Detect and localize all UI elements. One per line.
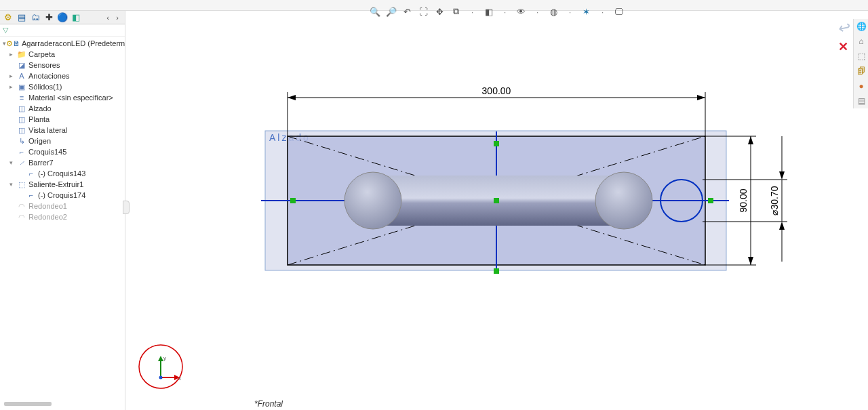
zoom-area-icon[interactable]: 🔎: [385, 5, 397, 18]
chevron-icon[interactable]: ▾: [9, 159, 16, 166]
swept-endcap-left: [344, 172, 401, 229]
tree-item[interactable]: ▸▣Sólidos(1): [0, 81, 125, 92]
tabs-prev-icon[interactable]: ‹: [103, 14, 113, 22]
tree-item[interactable]: ⌐Croquis145: [0, 146, 125, 157]
part-icon: ⚙: [6, 39, 13, 48]
home-icon[interactable]: ⌂: [855, 35, 867, 47]
feature-icon: ◠: [16, 213, 27, 222]
triad-y-label: y: [163, 355, 166, 361]
tree-item-label: Redondeo2: [27, 213, 67, 221]
chevron-icon[interactable]: ▸: [9, 83, 16, 90]
feature-icon: ◠: [16, 202, 27, 211]
tree-item-label: Carpeta: [27, 50, 55, 58]
tree-item-label: (-) Croquis174: [37, 191, 85, 199]
clipboard-icon[interactable]: 🗐: [855, 65, 867, 77]
box-icon[interactable]: ⬚: [855, 50, 867, 62]
tree-item-label: Sólidos(1): [27, 83, 62, 91]
chevron-icon[interactable]: ▸: [9, 73, 16, 79]
hide-show-icon[interactable]: 👁: [515, 5, 528, 18]
section-view-icon[interactable]: ⛶: [418, 5, 430, 18]
handle-top[interactable]: [494, 141, 499, 146]
tree-item[interactable]: ◠Redondeo2: [0, 211, 125, 222]
tree-item[interactable]: ◫Vista lateral: [0, 125, 125, 136]
dynamic-zoom-icon[interactable]: ✥: [434, 5, 446, 18]
graphics-canvas[interactable]: 🔍 🔎 ↶ ⛶ ✥ ⧉ · ◧ · 👁 · ◍ · ✶ · 🖵 ↩ ✕ 🌐 ⌂ …: [125, 11, 868, 410]
tree-item-label: Anotaciones: [27, 72, 70, 80]
tree-item-label: Barrer7: [27, 159, 54, 167]
tree-item-label: Vista lateral: [27, 126, 67, 134]
world-icon[interactable]: 🌐: [855, 20, 867, 33]
panel-icon[interactable]: ▤: [855, 95, 867, 107]
chevron-icon[interactable]: ▾: [9, 181, 16, 188]
view-triad[interactable]: y x: [138, 344, 184, 390]
svg-marker-17: [779, 171, 785, 180]
chevron-icon[interactable]: ▸: [9, 51, 16, 58]
sphere-icon[interactable]: ●: [855, 80, 867, 92]
display-style-icon[interactable]: ◧: [483, 5, 495, 18]
feature-icon: ◫: [16, 115, 27, 124]
tree-item[interactable]: ▾⬚Saliente-Extruir1: [0, 179, 125, 190]
tree-root[interactable]: ▾ ⚙ 🗎 AgarraderaconLED (Predeterminado: [0, 38, 125, 49]
tree-item[interactable]: ▸📁Carpeta: [0, 49, 125, 60]
splitter-handle[interactable]: [123, 201, 130, 214]
zoom-fit-icon[interactable]: 🔍: [369, 5, 381, 18]
feature-icon: ⌐: [16, 148, 27, 156]
tabs-next-icon[interactable]: ›: [113, 14, 122, 22]
svg-point-26: [159, 376, 163, 380]
config-manager-tab-icon[interactable]: 🗂: [30, 12, 41, 23]
tree-item[interactable]: ↳Origen: [0, 136, 125, 146]
svg-marker-13: [748, 257, 753, 265]
tree-item-label: Redondeo1: [27, 202, 67, 210]
cancel-sketch-icon[interactable]: ✕: [838, 39, 850, 54]
doc-icon: 🗎: [13, 39, 20, 47]
svg-marker-7: [288, 95, 296, 100]
property-manager-tab-icon[interactable]: ▤: [16, 12, 27, 23]
status-view-name: *Frontal: [254, 399, 283, 409]
feature-tree: ▾ ⚙ 🗎 AgarraderaconLED (Predeterminado ▸…: [0, 37, 125, 410]
dimension-width[interactable]: 300.00: [288, 85, 705, 136]
filter-icon: ▽: [3, 26, 8, 35]
dimxpert-tab-icon[interactable]: ✚: [43, 12, 54, 23]
view-toolbar: 🔍 🔎 ↶ ⛶ ✥ ⧉ · ◧ · 👁 · ◍ · ✶ · 🖵: [369, 5, 625, 18]
tree-item[interactable]: ▸AAnotaciones: [0, 70, 125, 81]
previous-view-icon[interactable]: ↶: [401, 5, 414, 18]
feature-icon: ⟋: [16, 159, 27, 167]
view-orientation-icon[interactable]: ⧉: [450, 5, 462, 18]
feature-icon: ≡: [16, 94, 27, 102]
tree-item-label: Alzado: [27, 104, 52, 112]
svg-marker-18: [779, 222, 785, 230]
tree-item[interactable]: ◠Redondeo1: [0, 201, 125, 211]
tree-item[interactable]: ◫Planta: [0, 114, 125, 125]
tree-item[interactable]: ⌐(-) Croquis143: [0, 168, 125, 179]
tree-item[interactable]: ◫Alzado: [0, 103, 125, 114]
filter-row[interactable]: ▽: [0, 24, 125, 37]
handle-right[interactable]: [708, 198, 713, 203]
tree-item[interactable]: ◪Sensores: [0, 60, 125, 70]
handle-center[interactable]: [494, 198, 499, 203]
handle-left[interactable]: [290, 198, 296, 203]
feature-icon: ⌐: [26, 169, 37, 178]
display-manager-tab-icon[interactable]: 🔵: [57, 12, 68, 23]
feature-manager-tab-icon[interactable]: ⚙: [3, 12, 14, 23]
feature-icon: ▣: [16, 83, 27, 91]
task-pane: 🌐 ⌂ ⬚ 🗐 ● ▤: [853, 19, 868, 108]
dim-width-value: 300.00: [482, 85, 511, 96]
feature-tree-panel: ⚙ ▤ 🗂 ✚ 🔵 ◧ ‹ › ▽ ▾ ⚙ 🗎 AgarraderaconLED…: [0, 11, 125, 410]
feature-icon: ↳: [16, 137, 27, 146]
apply-scene-icon[interactable]: ✶: [580, 5, 593, 18]
accept-sketch-icon[interactable]: ↩: [836, 18, 852, 37]
tree-item[interactable]: ⌐(-) Croquis174: [0, 190, 125, 201]
tree-item[interactable]: ≡Material <sin especificar>: [0, 92, 125, 103]
swept-endcap-right: [595, 172, 652, 229]
appearance-tab-icon[interactable]: ◧: [71, 12, 81, 23]
h-scrollbar[interactable]: [4, 402, 52, 406]
dim-dia-value: ⌀30.70: [769, 186, 780, 215]
feature-icon: A: [16, 72, 27, 80]
feature-icon: ⌐: [26, 191, 37, 199]
tree-item-label: Material <sin especificar>: [27, 94, 113, 102]
feature-icon: ◫: [16, 126, 27, 135]
view-settings-icon[interactable]: 🖵: [613, 5, 625, 18]
tree-item[interactable]: ▾⟋Barrer7: [0, 157, 125, 168]
edit-appearance-icon[interactable]: ◍: [548, 5, 560, 18]
handle-bottom[interactable]: [494, 268, 499, 274]
